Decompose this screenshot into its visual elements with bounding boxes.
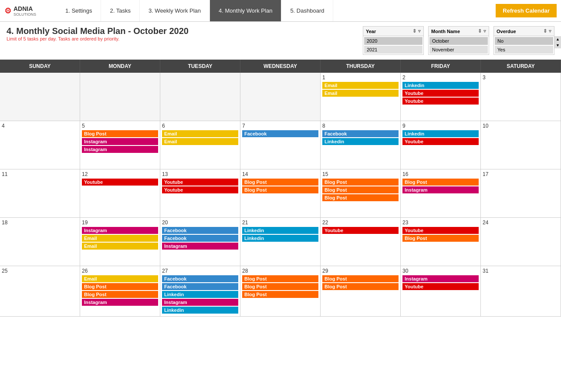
task-item-facebook[interactable]: Facebook [322,130,399,137]
task-item-email[interactable]: Email [322,90,399,97]
task-item-blogpost[interactable]: Blog Post [322,194,399,201]
task-item-instagram[interactable]: Instagram [82,299,158,306]
task-item-facebook[interactable]: Facebook [162,227,238,234]
task-item-youtube[interactable]: Youtube [162,186,238,193]
task-item-blogpost[interactable]: Blog Post [242,179,318,186]
calendar-cell: 27FacebookFacebookLinkedinInstagramLinke… [160,266,240,316]
overdue-filter-icon[interactable]: ▿ [549,28,551,34]
task-item-youtube[interactable]: Youtube [162,179,238,186]
task-item-linkedin[interactable]: Linkedin [162,291,238,298]
calendar-cell: 7Facebook [240,121,321,169]
task-item-email[interactable]: Email [82,243,158,250]
calendar-day-header: THURSDAY [321,60,401,73]
task-item-email[interactable]: Email [162,138,238,145]
task-item-blogpost[interactable]: Blog Post [402,179,479,186]
task-item-instagram[interactable]: Instagram [82,138,158,145]
task-item-blogpost[interactable]: Blog Post [242,186,318,193]
calendar-cell: 23YoutubeBlog Post [401,218,481,266]
nav-item[interactable]: 1. Settings [57,0,101,21]
month-scroll-down[interactable]: ▼ [554,42,561,48]
task-item-youtube[interactable]: Youtube [402,283,479,290]
calendar-date: 21 [242,220,318,226]
task-item-blogpost[interactable]: Blog Post [82,291,158,298]
task-item-blogpost[interactable]: Blog Post [322,275,399,282]
task-item-email[interactable]: Email [322,82,399,89]
task-item-blogpost[interactable]: Blog Post [322,186,399,193]
nav-item[interactable]: 4. Monthly Work Plan [210,0,281,21]
month-items: OctoberNovember [429,36,489,54]
month-scroll-up[interactable]: ▲ [554,36,561,42]
task-item-facebook[interactable]: Facebook [242,130,318,137]
task-item-instagram[interactable]: Instagram [82,227,158,234]
year-filter-header: Year ⇕ ▿ [363,27,423,36]
task-item-blogpost[interactable]: Blog Post [242,291,318,298]
nav-item[interactable]: 3. Weekly Work Plan [140,0,210,21]
task-item-linkedin[interactable]: Linkedin [402,130,479,137]
calendar-week: 2526EmailBlog PostBlog PostInstagram27Fa… [0,266,561,317]
task-item-instagram[interactable]: Instagram [162,243,238,250]
task-item-blogpost[interactable]: Blog Post [82,130,158,137]
calendar-date: 3 [483,74,559,81]
year-filter-item[interactable]: 2020 [364,37,422,45]
year-filter-label: Year [366,29,376,34]
year-filter-icon[interactable]: ▿ [418,28,421,34]
task-item-linkedin[interactable]: Linkedin [402,82,479,89]
task-item-youtube[interactable]: Youtube [82,179,158,186]
month-filter-icon[interactable]: ▿ [483,28,486,34]
refresh-calendar-button[interactable]: Refresh Calendar [496,4,557,17]
calendar-week: 1112Youtube13YoutubeYoutube14Blog PostBl… [0,169,561,218]
task-item-blogpost[interactable]: Blog Post [82,283,158,290]
overdue-filter-item[interactable]: No [495,37,553,45]
month-filter: Month Name ⇕ ▿ OctoberNovember ▲ ▼ [428,26,489,55]
task-item-blogpost[interactable]: Blog Post [322,283,399,290]
calendar-cell: 30InstagramYoutube [401,266,481,316]
task-item-email[interactable]: Email [82,235,158,242]
task-item-youtube[interactable]: Youtube [402,227,479,234]
task-item-email[interactable]: Email [82,275,158,282]
task-item-facebook[interactable]: Facebook [162,235,238,242]
task-item-blogpost[interactable]: Blog Post [402,235,479,242]
nav-item[interactable]: 5. Dashboard [281,0,333,21]
calendar-date: 26 [82,268,158,274]
task-item-linkedin[interactable]: Linkedin [242,235,318,242]
task-item-youtube[interactable]: Youtube [322,227,399,234]
task-item-instagram[interactable]: Instagram [162,299,238,306]
calendar-date: 5 [82,123,158,129]
month-sort-icon[interactable]: ⇕ [478,28,482,34]
task-item-facebook[interactable]: Facebook [162,283,238,290]
calendar-cell: 29Blog PostBlog Post [321,266,401,316]
calendar-week: 1819InstagramEmailEmail20FacebookFaceboo… [0,218,561,266]
overdue-filter-item[interactable]: Yes [495,46,553,54]
task-item-instagram[interactable]: Instagram [402,275,479,282]
task-item-facebook[interactable]: Facebook [162,275,238,282]
task-item-blogpost[interactable]: Blog Post [322,179,399,186]
logo-sub: SOLUTIONS [14,12,36,17]
task-item-youtube[interactable]: Youtube [402,98,479,105]
month-filter-item[interactable]: October [429,37,488,45]
task-item-youtube[interactable]: Youtube [402,138,479,145]
task-item-youtube[interactable]: Youtube [402,90,479,97]
year-filter-item[interactable]: 2021 [364,46,422,54]
task-item-email[interactable]: Email [162,130,238,137]
calendar-date: 12 [82,171,158,177]
overdue-sort-icon[interactable]: ⇕ [543,28,547,34]
task-item-linkedin[interactable]: Linkedin [162,307,238,314]
task-item-blogpost[interactable]: Blog Post [242,283,318,290]
task-item-linkedin[interactable]: Linkedin [322,138,399,145]
calendar-cell: 20FacebookFacebookInstagram [160,218,240,266]
calendar-date: 11 [2,171,78,177]
year-sort-icon[interactable]: ⇕ [412,28,416,34]
filter-bar: 4. Monthly Social Media Plan - October 2… [0,22,561,60]
task-item-blogpost[interactable]: Blog Post [242,275,318,282]
calendar-date: 31 [483,268,559,274]
nav-item[interactable]: 2. Tasks [101,0,139,21]
year-items: 20202021 [363,36,423,54]
task-item-linkedin[interactable]: Linkedin [242,227,318,234]
calendar-cell: 2LinkedinYoutubeYoutube [401,73,481,121]
task-item-instagram[interactable]: Instagram [402,186,479,193]
month-filter-item[interactable]: November [429,46,488,54]
logo: ⚙ ADNIA SOLUTIONS [0,5,57,17]
calendar-date: 24 [483,220,559,226]
task-item-instagram[interactable]: Instagram [82,146,158,153]
page-title-area: 4. Monthly Social Media Plan - October 2… [7,26,354,41]
